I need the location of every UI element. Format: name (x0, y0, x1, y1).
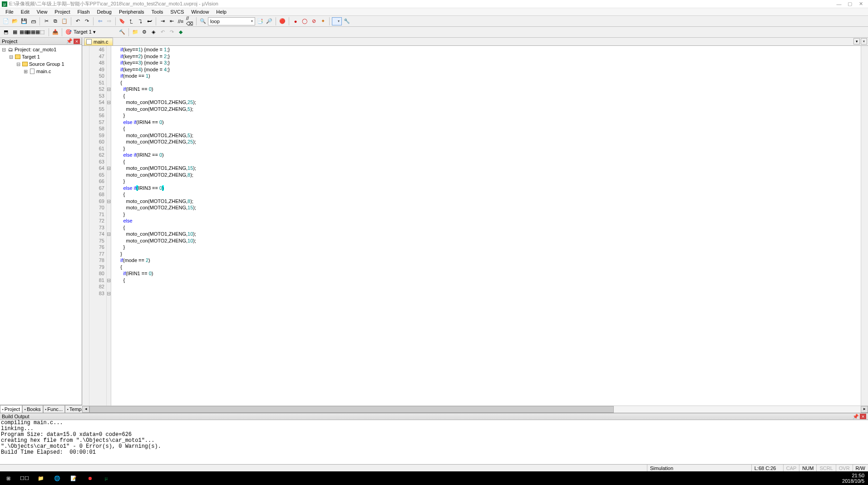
menu-window[interactable]: Window (187, 9, 212, 15)
target-select[interactable]: Target 1 ▾ (74, 29, 117, 35)
project-tab-project[interactable]: ▪Project (0, 405, 22, 413)
breakpoint-enable-icon[interactable]: ◯ (301, 17, 309, 25)
status-sim: Simulation (647, 465, 751, 471)
bookmark-icon[interactable]: 🔖 (118, 17, 126, 25)
uvision-taskbar-icon[interactable]: µ (98, 471, 114, 485)
build-output-text[interactable]: compiling main.c... linking... Program S… (0, 420, 868, 464)
undo-icon[interactable]: ↶ (74, 17, 82, 25)
menu-tools[interactable]: Tools (148, 9, 167, 15)
uncomment-icon[interactable]: //⌫ (186, 17, 194, 25)
browser-icon[interactable]: 🌐 (49, 471, 65, 485)
options-icon[interactable]: 🔨 (118, 28, 126, 36)
breakpoint-kill-icon[interactable]: ✦ (319, 17, 327, 25)
panel-pin-icon[interactable]: 📌 (853, 414, 859, 420)
stop-build-icon[interactable]: ⬚ (38, 28, 46, 36)
breakpoint-insert-icon[interactable]: ● (291, 17, 300, 25)
tree-file[interactable]: ⊞ main.c (0, 68, 82, 75)
panel-close-icon[interactable]: × (74, 39, 80, 44)
file-ext-icon[interactable]: 📁 (131, 28, 139, 36)
copy-icon[interactable]: ⧉ (51, 17, 59, 25)
batch-build-icon[interactable]: ▦▦▦ (29, 28, 37, 36)
nav-fwd-icon[interactable]: ⇨ (105, 17, 113, 25)
bookmark-margin[interactable] (82, 46, 89, 406)
incremental-find-icon[interactable]: 🔎 (265, 17, 273, 25)
download-icon[interactable]: 📥 (51, 28, 59, 36)
find-in-files-icon[interactable]: 📑 (256, 17, 264, 25)
scroll-left-icon[interactable]: ◂ (82, 406, 89, 413)
tree-root[interactable]: ⊟ 🗂 Project: car_moto1 (0, 46, 82, 53)
notes-icon[interactable]: 📝 (65, 471, 82, 485)
editor-tab-main[interactable]: main.c (84, 38, 113, 45)
tree-target[interactable]: ⊟ Target 1 (0, 53, 82, 60)
open-file-icon[interactable]: 📂 (11, 17, 19, 25)
find-combo[interactable]: loop ▾ (208, 17, 255, 25)
dropdown-icon[interactable]: ▾ (251, 19, 253, 23)
project-tab-func[interactable]: ▪Func... (43, 405, 65, 413)
configure-icon[interactable]: 🔧 (343, 17, 351, 25)
pack-next-icon[interactable]: ↷ (168, 28, 176, 36)
code-editor[interactable]: if(key==1) {mode = 1;} if(key==2) {mode … (111, 46, 861, 406)
debug-icon[interactable]: 🔴 (278, 17, 286, 25)
panel-close-icon[interactable]: × (860, 414, 866, 419)
tab-dropdown-icon[interactable]: ▾ (853, 38, 860, 45)
save-all-icon[interactable]: 🗃 (29, 17, 37, 25)
toolbar-main: 📄 📂 💾 🗃 ✂ ⧉ 📋 ↶ ↷ ⇦ ⇨ 🔖 ⮤ ⮧ ⮨ ⇥ ⇤ //≡ //… (0, 16, 868, 27)
manage-multi-icon[interactable]: ◈ (149, 28, 158, 36)
status-cap: CAP (783, 465, 799, 471)
folder-icon (15, 54, 21, 60)
fold-margin[interactable]: ⊟⊟⊟⊟⊟⊟⊟ (107, 46, 111, 406)
close-button[interactable]: ✕ (855, 1, 866, 7)
bookmark-next-icon[interactable]: ⮧ (136, 17, 144, 25)
maximize-button[interactable]: ▢ (844, 1, 855, 7)
pack-installer-icon[interactable]: ◆ (177, 28, 185, 36)
system-tray[interactable]: 21:50 2018/10/5 (838, 473, 868, 484)
menu-edit[interactable]: Edit (17, 9, 33, 15)
horizontal-scrollbar[interactable]: ◂ ▸ (82, 406, 868, 413)
menu-svcs[interactable]: SVCS (167, 9, 187, 15)
find-icon[interactable]: 🔍 (199, 17, 207, 25)
explorer-icon[interactable]: 📁 (33, 471, 49, 485)
toolbar-build: ⬒ ▦ ▦▦ ▦▦▦ ⬚ 📥 🎯 Target 1 ▾ 🔨 📁 ⚙ ◈ ↶ ↷ … (0, 27, 868, 38)
indent-icon[interactable]: ⇥ (158, 17, 167, 25)
tab-close-icon[interactable]: × (861, 38, 867, 45)
menu-project[interactable]: Project (51, 9, 74, 15)
menu-view[interactable]: View (33, 9, 51, 15)
dropdown-icon[interactable]: ▾ (93, 29, 96, 35)
target-select-value: Target 1 (74, 29, 92, 35)
scroll-thumb[interactable] (89, 406, 614, 413)
project-tab-books[interactable]: ▪Books (22, 405, 43, 413)
build-icon[interactable]: ▦ (11, 28, 19, 36)
window-layout-combo[interactable]: ▾ (332, 17, 342, 25)
translate-icon[interactable]: ⬒ (2, 28, 10, 36)
redo-icon[interactable]: ↷ (83, 17, 91, 25)
menu-help[interactable]: Help (212, 9, 230, 15)
nav-back-icon[interactable]: ⇦ (96, 17, 104, 25)
paste-icon[interactable]: 📋 (60, 17, 69, 25)
panel-pin-icon[interactable]: 📌 (66, 38, 73, 44)
build-panel-title: Build Output 📌 × (0, 413, 868, 420)
cut-icon[interactable]: ✂ (42, 17, 50, 25)
project-tree[interactable]: ⊟ 🗂 Project: car_moto1 ⊟ Target 1 ⊟ Sour… (0, 45, 82, 405)
app-icon: µ (2, 1, 7, 7)
target-options-icon[interactable]: 🎯 (64, 28, 73, 36)
menu-peripherals[interactable]: Peripherals (115, 9, 148, 15)
minimize-button[interactable]: — (833, 1, 844, 7)
pack-prev-icon[interactable]: ↶ (158, 28, 167, 36)
manage-icon[interactable]: ⚙ (140, 28, 148, 36)
vertical-scrollbar[interactable] (861, 46, 868, 406)
save-icon[interactable]: 💾 (20, 17, 28, 25)
breakpoint-disable-icon[interactable]: ⊘ (310, 17, 318, 25)
menu-flash[interactable]: Flash (74, 9, 94, 15)
bookmark-clear-icon[interactable]: ⮨ (145, 17, 153, 25)
new-file-icon[interactable]: 📄 (2, 17, 10, 25)
bookmark-prev-icon[interactable]: ⮤ (127, 17, 135, 25)
scroll-right-icon[interactable]: ▸ (861, 406, 868, 413)
menu-file[interactable]: File (2, 9, 17, 15)
menu-debug[interactable]: Debug (94, 9, 115, 15)
start-button[interactable]: ⊞ (0, 471, 16, 485)
record-icon[interactable]: ⏺ (82, 471, 98, 485)
outdent-icon[interactable]: ⇤ (168, 17, 176, 25)
task-view-icon[interactable]: ☐☐ (16, 471, 33, 485)
tree-group[interactable]: ⊟ Source Group 1 (0, 60, 82, 68)
comment-icon[interactable]: //≡ (177, 17, 185, 25)
